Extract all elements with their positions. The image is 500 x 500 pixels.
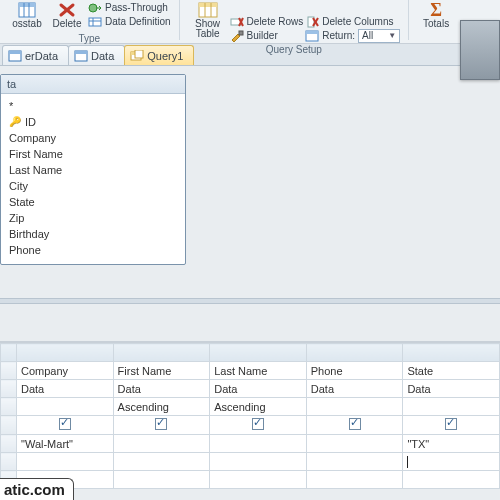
table-cell[interactable]: Data	[403, 380, 500, 398]
ribbon: osstab Delete Pass-Through	[0, 0, 500, 44]
field-id[interactable]: 🔑ID	[9, 114, 179, 130]
show-cell[interactable]	[306, 416, 403, 435]
checkbox-icon[interactable]	[155, 418, 167, 430]
row-sort: Ascending Ascending	[1, 398, 500, 416]
or-cell[interactable]	[306, 453, 403, 471]
sort-cell[interactable]	[17, 398, 114, 416]
field-cell[interactable]: Phone	[306, 362, 403, 380]
delete-rows-label: Delete Rows	[247, 16, 304, 27]
criteria-cell[interactable]	[113, 435, 210, 453]
table-cell[interactable]: Data	[306, 380, 403, 398]
table-cell[interactable]: Data	[113, 380, 210, 398]
row-or	[1, 453, 500, 471]
field-state[interactable]: State	[9, 194, 179, 210]
column-selector-row[interactable]	[1, 344, 500, 362]
show-table-button[interactable]: Show Table	[188, 0, 228, 39]
field-company[interactable]: Company	[9, 130, 179, 146]
tab-data[interactable]: Data	[68, 45, 125, 65]
row-field: Company First Name Last Name Phone State	[1, 362, 500, 380]
col-head-4[interactable]	[403, 344, 500, 362]
design-upper-pane[interactable]: ta * 🔑ID Company First Name Last Name Ci…	[0, 66, 500, 298]
delete-rows-icon	[230, 16, 244, 28]
field-zip[interactable]: Zip	[9, 210, 179, 226]
watermark: atic.com	[0, 478, 74, 500]
svg-rect-29	[135, 50, 143, 58]
col-head-0[interactable]	[17, 344, 114, 362]
delete-label: Delete	[53, 19, 82, 29]
show-cell[interactable]	[210, 416, 307, 435]
ribbon-group-totals: Σ Totals	[413, 0, 459, 44]
show-cell[interactable]	[403, 416, 500, 435]
row-criteria: "Wal-Mart" "TX"	[1, 435, 500, 453]
or-cell[interactable]	[17, 453, 114, 471]
passthrough-button[interactable]: Pass-Through	[88, 1, 171, 14]
ribbon-group-type-label: Type	[78, 31, 100, 44]
builder-button[interactable]: Builder	[230, 29, 304, 42]
webcam-thumbnail	[460, 20, 500, 80]
crosstab-button[interactable]: osstab	[8, 0, 46, 29]
show-cell[interactable]	[17, 416, 114, 435]
criteria-cell[interactable]: "Wal-Mart"	[17, 435, 114, 453]
sigma-icon: Σ	[426, 1, 446, 19]
criteria-cell[interactable]	[210, 435, 307, 453]
sort-cell[interactable]: Ascending	[113, 398, 210, 416]
table-field-list[interactable]: ta * 🔑ID Company First Name Last Name Ci…	[0, 74, 186, 265]
tab-query1[interactable]: Query1	[124, 45, 194, 65]
return-selector[interactable]: Return: All ▼	[305, 29, 400, 42]
field-phone[interactable]: Phone	[9, 242, 179, 258]
show-cell[interactable]	[113, 416, 210, 435]
field-star[interactable]: *	[9, 98, 179, 114]
field-city[interactable]: City	[9, 178, 179, 194]
delete-x-icon	[57, 1, 77, 19]
return-combo[interactable]: All ▼	[358, 29, 400, 43]
sort-cell[interactable]	[306, 398, 403, 416]
ribbon-group-query-setup: Show Table Insert Rows Delete Rows Build…	[184, 0, 405, 44]
checkbox-icon[interactable]	[445, 418, 457, 430]
tab-query1-label: Query1	[147, 50, 183, 62]
criteria-cell[interactable]: "TX"	[403, 435, 500, 453]
datadef-button[interactable]: Data Definition	[88, 15, 171, 28]
or-cell[interactable]	[113, 453, 210, 471]
field-cell[interactable]: State	[403, 362, 500, 380]
field-cell[interactable]: First Name	[113, 362, 210, 380]
text-caret	[407, 456, 408, 468]
field-cell[interactable]: Last Name	[210, 362, 307, 380]
criteria-cell[interactable]	[306, 435, 403, 453]
delete-button[interactable]: Delete	[48, 0, 86, 29]
field-firstname[interactable]: First Name	[9, 146, 179, 162]
checkbox-icon[interactable]	[349, 418, 361, 430]
tab-data-label: Data	[91, 50, 114, 62]
table-cell[interactable]: Data	[210, 380, 307, 398]
query-design-grid: Company First Name Last Name Phone State…	[0, 342, 500, 489]
sort-cell[interactable]	[403, 398, 500, 416]
crosstab-icon	[17, 1, 37, 19]
field-lastname[interactable]: Last Name	[9, 162, 179, 178]
totals-button[interactable]: Σ Totals	[417, 0, 455, 29]
document-tabs: erData Data Query1	[0, 44, 500, 66]
svg-rect-22	[306, 31, 318, 34]
delete-rows-button[interactable]: Delete Rows	[230, 15, 304, 28]
tab-erdata[interactable]: erData	[2, 45, 69, 65]
field-cell[interactable]: Company	[17, 362, 114, 380]
datadef-icon	[88, 16, 102, 28]
delete-cols-button[interactable]: Delete Columns	[305, 15, 400, 28]
row-table: Data Data Data Data Data	[1, 380, 500, 398]
checkbox-icon[interactable]	[252, 418, 264, 430]
or-cell-active[interactable]	[403, 453, 500, 471]
totals-label: Totals	[423, 19, 449, 29]
field-birthday[interactable]: Birthday	[9, 226, 179, 242]
table-cell[interactable]: Data	[17, 380, 114, 398]
col-head-2[interactable]	[210, 344, 307, 362]
passthrough-label: Pass-Through	[105, 2, 168, 13]
svg-rect-17	[239, 31, 243, 35]
svg-rect-26	[75, 51, 87, 54]
svg-rect-24	[9, 51, 21, 54]
show-table-label: Show Table	[195, 19, 220, 39]
col-head-1[interactable]	[113, 344, 210, 362]
col-head-3[interactable]	[306, 344, 403, 362]
table-title[interactable]: ta	[1, 75, 185, 94]
or-cell[interactable]	[210, 453, 307, 471]
sort-cell[interactable]: Ascending	[210, 398, 307, 416]
ribbon-group-querysetup-label: Query Setup	[266, 42, 322, 55]
checkbox-icon[interactable]	[59, 418, 71, 430]
